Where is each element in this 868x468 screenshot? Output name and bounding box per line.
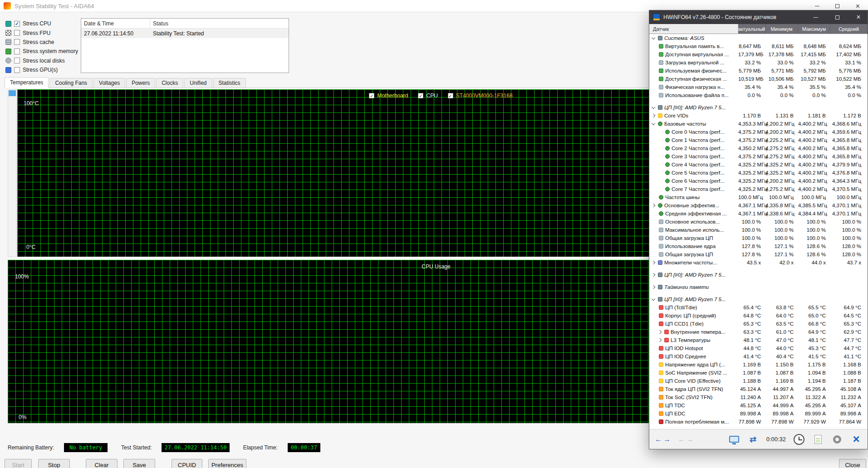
sensor-row[interactable]: Физическая нагрузка н...35.4 %35.4 %35.5… <box>649 83 868 91</box>
sensor-row[interactable]: Корпус ЦП (средний)64.8 °C64.0 °C65.0 °C… <box>649 312 868 320</box>
checkbox[interactable] <box>14 67 20 73</box>
settings-button[interactable] <box>831 433 843 446</box>
graph-scrollbar[interactable] <box>8 89 17 257</box>
clear-button[interactable]: Clear <box>86 459 118 468</box>
nav-arrows-button[interactable] <box>655 435 671 444</box>
close-button[interactable]: Close <box>839 459 866 468</box>
chevron-right-icon[interactable] <box>652 204 655 207</box>
sensor-row[interactable]: Использование ядра127.8 %127.1 %128.6 %1… <box>649 242 868 250</box>
column-header-максимум[interactable]: Максимум <box>798 24 830 34</box>
save-button[interactable]: Save <box>123 459 155 468</box>
sensor-row[interactable]: Core 5 Частота (perf...4,325.2 МГц4,325.… <box>649 169 868 177</box>
remote-monitor-button[interactable] <box>728 433 740 446</box>
legend-cpu[interactable]: ✓CPU <box>418 93 437 99</box>
hwinfo-close-icon[interactable] <box>849 10 868 24</box>
sensor-row[interactable]: Core 1 Частота (perf...4,375.2 МГц4,225.… <box>649 136 868 144</box>
chevron-right-icon[interactable] <box>652 273 655 277</box>
chevron-down-icon[interactable] <box>652 297 655 301</box>
tab-temperatures[interactable]: Temperatures <box>5 77 49 88</box>
stress-option-stress-system-memory[interactable]: Stress system memory <box>5 47 83 56</box>
chevron-right-icon[interactable] <box>652 261 655 264</box>
checkbox[interactable] <box>14 49 20 54</box>
checkbox[interactable] <box>14 30 20 36</box>
preferences-button[interactable]: Preferences <box>208 459 246 468</box>
cpuid-button[interactable]: CPUID <box>172 459 202 468</box>
stress-option-stress-fpu[interactable]: Stress FPU <box>5 28 83 37</box>
sensor-row[interactable]: Доступная физическая ...10,519 МБ10,506 … <box>649 75 868 83</box>
legend-st4000vm000-1f3168[interactable]: ✓ST4000VM000-1F3168 <box>448 93 513 99</box>
sensor-row[interactable]: ЦП IOD Среднее41.4 °C40.4 °C41.5 °C41.1 … <box>649 352 868 361</box>
sensor-row[interactable]: Полная потребляемая м...77.898 W77.898 W… <box>649 418 868 426</box>
sensor-row[interactable]: ЦП (Tctl/Tdie)65.4 °C63.8 °C65.5 °C64.9 … <box>649 303 868 312</box>
sensor-row[interactable]: Ток ядра ЦП (SVI2 TFN)45.124 А44.997 А45… <box>649 385 868 393</box>
sensor-row[interactable]: ЦП IOD Hotspot44.8 °C44.0 °C45.3 °C44.7 … <box>649 344 868 352</box>
sensor-row[interactable]: Core 3 Частота (perf...4,375.2 МГц4,275.… <box>649 152 868 161</box>
sensor-row[interactable]: L3 Температуры48.1 °C47.0 °C48.1 °C47.7 … <box>649 336 868 344</box>
chevron-down-icon[interactable] <box>652 105 655 109</box>
report-button[interactable] <box>812 433 824 446</box>
chevron-right-icon[interactable] <box>658 338 662 342</box>
sensor-row[interactable]: Общая загрузка ЦП100.0 %100.0 %100.0 %10… <box>649 234 868 242</box>
sensor-row[interactable]: Множители частоты...43.5 x42.0 x44.0 x43… <box>649 258 868 267</box>
checkbox[interactable]: ✓ <box>418 93 423 98</box>
sensor-row[interactable]: Использование файла п...0.0 %0.0 %0.0 %0… <box>649 91 868 99</box>
log-row[interactable]: 27.06.2022 11:14:50 Stability Test: Star… <box>81 29 289 38</box>
sensor-row[interactable]: SoC Напряжение (SVI2 ...1.087 В1.087 В1.… <box>649 369 868 377</box>
sensor-row[interactable]: Частота шины100.0 МГц100.0 МГц100.0 МГц1… <box>649 193 868 201</box>
sensor-row[interactable]: ЦП Core VID (Effective)1.188 В1.169 В1.1… <box>649 377 868 385</box>
column-header-датчик[interactable]: Датчик <box>649 24 738 34</box>
checkbox[interactable]: ✓ <box>448 93 453 98</box>
column-header-средний[interactable]: Средний <box>830 24 868 34</box>
chevron-right-icon[interactable] <box>652 114 655 117</box>
sensor-row[interactable]: Ток SoC (SVI2 TFN)11.240 А11.207 А11.322… <box>649 393 868 401</box>
sensor-row[interactable]: Напряжение ядра ЦП (...1.169 В1.150 В1.1… <box>649 361 868 369</box>
refresh-icon[interactable] <box>747 433 759 446</box>
tab-cooling-fans[interactable]: Cooling Fans <box>49 78 93 88</box>
chevron-right-icon[interactable] <box>658 330 662 334</box>
stop-button[interactable]: Stop <box>38 459 70 468</box>
sensor-row[interactable]: Core 2 Частота (perf...4,350.2 МГц4,275.… <box>649 144 868 152</box>
sensor-row[interactable]: ЦП CCD1 (Tdie)65.3 °C63.5 °C66.8 °C65.3 … <box>649 320 868 328</box>
close-sensors-icon[interactable] <box>850 433 862 446</box>
stress-option-stress-local-disks[interactable]: Stress local disks <box>5 56 83 65</box>
sensor-group-row[interactable]: ЦП [#0]: AMD Ryzen 7 5... <box>649 295 868 303</box>
sensor-row[interactable]: Core 4 Частота (perf...4,325.2 МГц4,325.… <box>649 161 868 169</box>
log-column-status[interactable]: Status <box>150 19 289 28</box>
checkbox[interactable]: ✓ <box>14 21 20 27</box>
sensor-row[interactable]: Основные эффектив...4,367.1 МГц4,335.8 М… <box>649 201 868 210</box>
tab-statistics[interactable]: Statistics <box>213 78 246 88</box>
sensor-row[interactable]: Core VIDs1.170 В1.131 В1.181 В1.172 В <box>649 112 868 120</box>
sensor-group-row[interactable]: Тайминги памяти <box>649 283 868 291</box>
column-header-минимум[interactable]: Минимум <box>765 24 798 34</box>
sensor-row[interactable]: Загрузка виртуальной ...33.2 %33.0 %33.2… <box>649 58 868 67</box>
stress-option-stress-gpu-s[interactable]: Stress GPU(s) <box>5 65 83 74</box>
tab-unified[interactable]: Unified <box>184 78 212 88</box>
sensor-row[interactable]: ЦП TDC45.125 А44.999 А45.295 А45.107 А <box>649 401 868 410</box>
sensor-group-row[interactable]: ЦП [#0]: AMD Ryzen 7 5... <box>649 103 868 112</box>
hwinfo-minimize-icon[interactable] <box>807 10 825 24</box>
chevron-down-icon[interactable] <box>652 36 655 39</box>
sensor-group-row[interactable]: Система: ASUS <box>649 34 868 42</box>
sensor-row[interactable]: Общая загрузка ЦП127.8 %127.1 %128.6 %12… <box>649 250 868 258</box>
reset-timer-button[interactable] <box>793 433 805 446</box>
sensor-row[interactable]: Core 7 Частота (perf...4,325.2 МГц4,275.… <box>649 185 868 193</box>
sensor-row[interactable]: Core 6 Частота (perf...4,325.2 МГц4,200.… <box>649 177 868 185</box>
checkbox[interactable]: ✓ <box>369 93 374 98</box>
sensor-row[interactable]: Используемая физичес...5,779 МБ5,771 МБ5… <box>649 67 868 75</box>
column-header-актуальный[interactable]: актуальный <box>738 24 765 34</box>
tab-voltages[interactable]: Voltages <box>93 78 125 88</box>
sensor-row[interactable]: Базовые частоты4,353.3 МГц4,200.2 МГц4,4… <box>649 120 868 128</box>
graph-scrollbar-thumb[interactable] <box>9 90 16 96</box>
tab-clocks[interactable]: Clocks <box>156 78 183 88</box>
sensor-row[interactable]: Core 0 Частота (perf...4,375.2 МГц4,200.… <box>649 128 868 136</box>
hwinfo-maximize-icon[interactable] <box>828 10 846 24</box>
stress-option-stress-cache[interactable]: Stress cache <box>5 38 83 47</box>
tab-powers[interactable]: Powers <box>126 78 155 88</box>
sensor-row[interactable]: Максимальное исполь...100.0 %100.0 %100.… <box>649 226 868 234</box>
sensor-row[interactable]: ЦП EDC89.998 А89.998 А89.999 А89.998 А <box>649 410 868 418</box>
stress-option-stress-cpu[interactable]: ✓Stress CPU <box>5 19 83 28</box>
checkbox[interactable] <box>14 39 20 45</box>
sensor-row[interactable]: Доступная виртуальная ...17,379 МБ17,378… <box>649 50 868 58</box>
chevron-right-icon[interactable] <box>652 285 655 289</box>
checkbox[interactable] <box>14 58 20 63</box>
